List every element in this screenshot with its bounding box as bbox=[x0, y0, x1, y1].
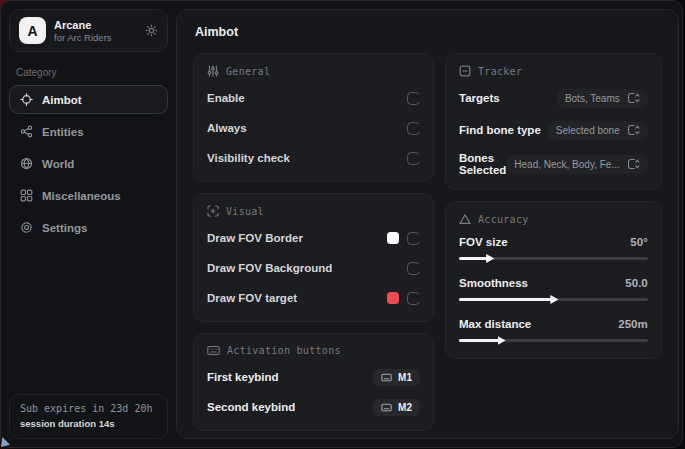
slider-label: Max distance bbox=[459, 318, 618, 330]
scan-eye-icon bbox=[207, 205, 219, 217]
sliders-icon bbox=[207, 65, 219, 77]
crosshair-icon bbox=[20, 93, 33, 106]
toggle-label: Draw FOV target bbox=[207, 292, 387, 304]
keyboard-icon bbox=[381, 403, 392, 412]
app-subtitle: for Arc Riders bbox=[54, 32, 112, 43]
sidebar-menu: Aimbot Entities bbox=[9, 85, 168, 242]
tracker-row-find-bone-type: Find bone type Selected bone bbox=[459, 120, 648, 140]
keybind-label: Second keybind bbox=[207, 401, 373, 413]
triangle-icon bbox=[459, 213, 471, 225]
card-title: General bbox=[226, 66, 270, 77]
select-label: Bones Selected bbox=[459, 152, 506, 176]
slider-thumb[interactable] bbox=[550, 295, 558, 304]
slider-value: 50° bbox=[630, 236, 647, 248]
card-title: Visual bbox=[226, 206, 264, 217]
keybind-value: M1 bbox=[398, 372, 412, 383]
toggle-label: Always bbox=[207, 122, 407, 134]
fov-target-color-swatch[interactable] bbox=[387, 292, 399, 304]
toggle-label: Enable bbox=[207, 92, 407, 104]
sidebar-item-label: Aimbot bbox=[42, 94, 82, 106]
activation-card: Activation buttons First keybind bbox=[193, 333, 434, 431]
screen: A Arcane for Arc Riders Category bbox=[0, 0, 685, 449]
chevron-up-down-icon bbox=[627, 158, 640, 170]
toggle-row-enable: Enable bbox=[207, 88, 420, 108]
sidebar-item-label: Entities bbox=[42, 126, 84, 138]
slider-label: FOV size bbox=[459, 236, 630, 248]
toggle-row-fov-border: Draw FOV Border bbox=[207, 228, 420, 248]
slider-value: 50.0 bbox=[625, 277, 647, 289]
subscription-panel: Sub expires in 23d 20h session duration … bbox=[9, 394, 168, 439]
header-gear-icon[interactable] bbox=[145, 24, 158, 37]
first-keybind-button[interactable]: M1 bbox=[373, 369, 420, 386]
second-keybind-button[interactable]: M2 bbox=[373, 399, 420, 416]
fov-size-slider[interactable] bbox=[459, 253, 648, 263]
slider-group-smoothness: Smoothness 50.0 bbox=[459, 277, 648, 304]
keybind-label: First keybind bbox=[207, 371, 373, 383]
targets-select[interactable]: Bots, Teams bbox=[557, 89, 648, 108]
sub-expiry-text: Sub expires in 23d 20h bbox=[20, 403, 157, 414]
category-label: Category bbox=[16, 67, 161, 78]
sidebar-item-entities[interactable]: Entities bbox=[9, 117, 168, 146]
grid-icon bbox=[20, 189, 33, 202]
toggle-label: Visibility check bbox=[207, 152, 407, 164]
keybind-row-second: Second keybind M2 bbox=[207, 397, 420, 417]
slider-group-max-distance: Max distance 250m bbox=[459, 318, 648, 345]
accuracy-card: Accuracy FOV size 50° bbox=[445, 201, 662, 359]
tracker-row-bones-selected: Bones Selected Head, Neck, Body, Fe... bbox=[459, 152, 648, 176]
select-label: Targets bbox=[459, 92, 557, 104]
toggle-row-fov-background: Draw FOV Background bbox=[207, 258, 420, 278]
app-header-text: Arcane for Arc Riders bbox=[54, 19, 112, 43]
smoothness-slider[interactable] bbox=[459, 294, 648, 304]
keyboard-icon bbox=[207, 345, 220, 356]
chevron-up-down-icon bbox=[627, 124, 640, 136]
sidebar-item-aimbot[interactable]: Aimbot bbox=[9, 85, 168, 114]
slider-thumb[interactable] bbox=[486, 254, 494, 263]
keyboard-icon bbox=[381, 373, 392, 382]
keybind-row-first: First keybind M1 bbox=[207, 367, 420, 387]
select-value: Head, Neck, Body, Fe... bbox=[514, 159, 619, 170]
select-value: Selected bone bbox=[556, 125, 620, 136]
focus-icon bbox=[459, 65, 471, 77]
fov-border-color-swatch[interactable] bbox=[387, 232, 399, 244]
toggle-label: Draw FOV Background bbox=[207, 262, 407, 274]
sidebar-item-label: Settings bbox=[42, 222, 87, 234]
slider-value: 250m bbox=[618, 318, 647, 330]
max-distance-slider[interactable] bbox=[459, 335, 648, 345]
globe-icon bbox=[20, 157, 33, 170]
general-card: General Enable Always bbox=[193, 53, 434, 182]
slider-label: Smoothness bbox=[459, 277, 625, 289]
toggle-row-visibility-check: Visibility check bbox=[207, 148, 420, 168]
aimbot-panel: Aimbot bbox=[176, 9, 679, 439]
fov-border-checkbox[interactable] bbox=[407, 232, 420, 245]
sidebar-item-miscellaneous[interactable]: Miscellaneous bbox=[9, 181, 168, 210]
visibility-check-checkbox[interactable] bbox=[407, 152, 420, 165]
main-area: Aimbot bbox=[176, 1, 683, 447]
chevron-up-down-icon bbox=[627, 92, 640, 104]
toggle-row-fov-target: Draw FOV target bbox=[207, 288, 420, 308]
bones-selected-select[interactable]: Head, Neck, Body, Fe... bbox=[506, 155, 647, 174]
find-bone-type-select[interactable]: Selected bone bbox=[548, 121, 648, 140]
select-label: Find bone type bbox=[459, 124, 548, 136]
fov-target-checkbox[interactable] bbox=[407, 292, 420, 305]
app-header: A Arcane for Arc Riders bbox=[9, 9, 168, 52]
slider-group-fov-size: FOV size 50° bbox=[459, 236, 648, 263]
tracker-card: Tracker Targets Bots, Teams bbox=[445, 53, 662, 190]
app-window: A Arcane for Arc Riders Category bbox=[0, 0, 683, 448]
sidebar-item-world[interactable]: World bbox=[9, 149, 168, 178]
card-title: Accuracy bbox=[478, 214, 529, 225]
page-title: Aimbot bbox=[195, 25, 662, 39]
session-duration-text: session duration 14s bbox=[20, 418, 157, 429]
sidebar: A Arcane for Arc Riders Category bbox=[1, 1, 176, 447]
card-title: Activation buttons bbox=[227, 345, 341, 356]
entities-icon bbox=[20, 125, 33, 138]
toggle-row-always: Always bbox=[207, 118, 420, 138]
sidebar-item-label: Miscellaneous bbox=[42, 190, 121, 202]
enable-checkbox[interactable] bbox=[407, 92, 420, 105]
slider-thumb[interactable] bbox=[498, 336, 506, 345]
keybind-value: M2 bbox=[398, 402, 412, 413]
always-checkbox[interactable] bbox=[407, 122, 420, 135]
fov-background-checkbox[interactable] bbox=[407, 262, 420, 275]
card-title: Tracker bbox=[478, 66, 522, 77]
sidebar-item-settings[interactable]: Settings bbox=[9, 213, 168, 242]
app-name: Arcane bbox=[54, 19, 112, 31]
